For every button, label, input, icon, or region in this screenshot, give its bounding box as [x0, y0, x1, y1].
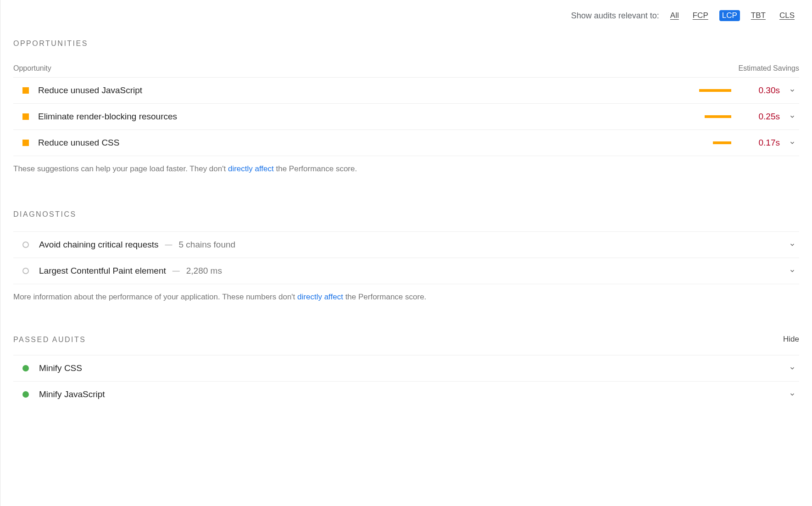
diagnostic-detail: 2,280 ms — [186, 266, 222, 276]
info-circle-icon — [22, 268, 29, 274]
chevron-down-icon — [789, 365, 795, 371]
filter-tab-lcp[interactable]: LCP — [719, 10, 740, 21]
opportunity-title: Reduce unused JavaScript — [38, 85, 142, 96]
separator-dash: — — [165, 241, 172, 249]
opportunities-list: Reduce unused JavaScript 0.30s Eliminate… — [13, 77, 799, 156]
filter-tab-tbt[interactable]: TBT — [748, 10, 768, 21]
diagnostic-row[interactable]: Avoid chaining critical requests — 5 cha… — [13, 231, 799, 258]
chevron-down-icon — [789, 268, 795, 274]
chevron-down-icon — [789, 242, 795, 248]
separator-dash: — — [172, 267, 180, 275]
warning-square-icon — [22, 140, 29, 146]
audit-filter-bar: Show audits relevant to: All FCP LCP TBT… — [13, 0, 799, 21]
savings-value: 0.30s — [750, 85, 780, 96]
chevron-down-icon — [789, 140, 795, 146]
warning-square-icon — [22, 87, 29, 94]
directly-affect-link[interactable]: directly affect — [297, 292, 343, 301]
opportunities-header: OPPORTUNITIES — [13, 39, 799, 48]
savings-value: 0.17s — [750, 138, 780, 148]
savings-bar — [705, 115, 731, 118]
pass-dot-icon — [22, 391, 29, 398]
filter-tab-fcp[interactable]: FCP — [690, 10, 711, 21]
chevron-down-icon — [789, 391, 795, 398]
diagnostic-title: Avoid chaining critical requests — [39, 240, 159, 250]
passed-audits-header: PASSED AUDITS — [13, 336, 86, 344]
opportunity-title: Reduce unused CSS — [38, 138, 119, 148]
info-circle-icon — [22, 242, 29, 248]
diagnostic-detail: 5 chains found — [179, 240, 236, 250]
savings-bar — [699, 89, 731, 92]
passed-row[interactable]: Minify CSS — [13, 355, 799, 381]
directly-affect-link[interactable]: directly affect — [228, 164, 274, 173]
passed-list: Minify CSS Minify JavaScript — [13, 355, 799, 407]
diagnostics-list: Avoid chaining critical requests — 5 cha… — [13, 231, 799, 284]
savings-value: 0.25s — [750, 112, 780, 122]
opportunities-footnote: These suggestions can help your page loa… — [13, 164, 799, 174]
passed-row[interactable]: Minify JavaScript — [13, 381, 799, 407]
diagnostic-title: Largest Contentful Paint element — [39, 266, 166, 276]
chevron-down-icon — [789, 113, 795, 120]
filter-tab-cls[interactable]: CLS — [777, 10, 797, 21]
opportunity-row[interactable]: Reduce unused JavaScript 0.30s — [13, 77, 799, 103]
opportunity-title: Eliminate render-blocking resources — [38, 112, 177, 122]
opportunity-col-header: Opportunity — [13, 64, 51, 73]
chevron-down-icon — [789, 87, 795, 94]
pass-dot-icon — [22, 365, 29, 371]
savings-col-header: Estimated Savings — [738, 64, 799, 73]
passed-title: Minify CSS — [39, 363, 82, 373]
hide-button[interactable]: Hide — [783, 335, 799, 344]
diagnostic-row[interactable]: Largest Contentful Paint element — 2,280… — [13, 258, 799, 284]
filter-label: Show audits relevant to: — [571, 11, 659, 21]
passed-title: Minify JavaScript — [39, 389, 105, 399]
filter-tab-all[interactable]: All — [667, 10, 682, 21]
diagnostics-footnote: More information about the performance o… — [13, 292, 799, 302]
savings-bar — [713, 141, 731, 144]
opportunity-row[interactable]: Reduce unused CSS 0.17s — [13, 129, 799, 156]
opportunity-row[interactable]: Eliminate render-blocking resources 0.25… — [13, 103, 799, 129]
diagnostics-header: DIAGNOSTICS — [13, 210, 799, 219]
warning-square-icon — [22, 113, 29, 120]
